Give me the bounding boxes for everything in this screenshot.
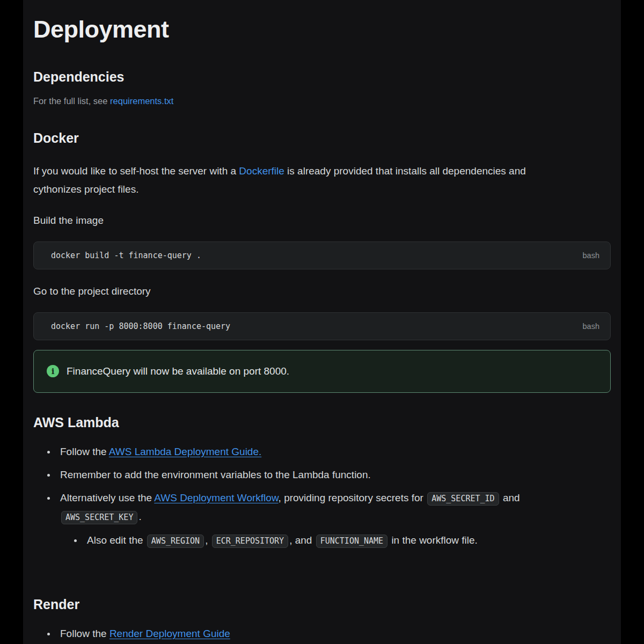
inline-code-aws-region: AWS_REGION	[147, 535, 204, 548]
item-text: Follow the	[60, 446, 109, 457]
run-command: docker run -p 8000:8000 finance-query	[51, 321, 230, 331]
dependencies-note-text: For the full list, see	[33, 96, 110, 106]
item-text: Alternatively use the	[60, 492, 154, 503]
dockerfile-link[interactable]: Dockerfile	[239, 165, 284, 177]
page-title: Deployment	[33, 15, 611, 44]
list-item: Also edit the AWS_REGION, ECR_REPOSITORY…	[60, 531, 611, 550]
bullet-dot	[47, 451, 50, 453]
bullet-dot	[74, 539, 77, 542]
aws-lambda-guide-link[interactable]: AWS Lambda Deployment Guide.	[109, 446, 261, 457]
docker-intro: If you would like to self-host the serve…	[33, 162, 565, 199]
item-text: Also edit the	[87, 535, 146, 546]
list-item: Remember to add the environment variable…	[33, 466, 611, 484]
item-text: ,	[205, 535, 211, 546]
heading-dependencies: Dependencies	[33, 69, 611, 85]
render-guide-link[interactable]: Render Deployment Guide	[109, 628, 230, 639]
item-text: , providing repository secrets for	[279, 492, 427, 503]
item-text: and	[500, 492, 520, 503]
docker-intro-pre: If you would like to self-host the serve…	[33, 165, 239, 177]
heading-docker: Docker	[33, 130, 611, 147]
item-text: Remember to add the environment variable…	[60, 466, 371, 484]
code-lang-badge: bash	[583, 251, 599, 260]
aws-deployment-workflow-link[interactable]: AWS Deployment Workflow	[154, 492, 278, 503]
inline-code-function-name: FUNCTION_NAME	[316, 535, 387, 548]
inline-code-ecr-repository: ECR_REPOSITORY	[212, 535, 288, 548]
list-item: Follow the AWS Lambda Deployment Guide.	[33, 443, 611, 461]
info-icon-glyph: i	[52, 367, 55, 376]
build-image-label: Build the image	[33, 211, 611, 230]
bullet-dot	[47, 633, 50, 635]
code-block-build: docker build -t finance-query . bash	[33, 241, 611, 269]
callout-text: FinanceQuery will now be available on po…	[67, 365, 289, 377]
code-block-run: docker run -p 8000:8000 finance-query ba…	[33, 312, 611, 340]
item-text: , and	[289, 535, 315, 546]
aws-lambda-list: Follow the AWS Lambda Deployment Guide. …	[33, 443, 611, 526]
bullet-dot	[47, 497, 50, 500]
info-callout: i FinanceQuery will now be available on …	[33, 350, 611, 393]
item-text: in the workflow file.	[389, 535, 478, 546]
inline-code-aws-secret-id: AWS_SECRET_ID	[427, 492, 499, 506]
requirements-link[interactable]: requirements.txt	[110, 96, 173, 106]
item-text: .	[138, 511, 141, 522]
docs-page: Deployment Dependencies For the full lis…	[23, 0, 621, 644]
info-icon: i	[47, 365, 59, 377]
list-item: Follow the Render Deployment Guide	[33, 625, 611, 643]
aws-lambda-sublist: Also edit the AWS_REGION, ECR_REPOSITORY…	[33, 531, 611, 550]
item-text: Follow the	[60, 628, 109, 639]
list-item: Alternatively use the AWS Deployment Wor…	[33, 489, 611, 526]
heading-aws-lambda: AWS Lambda	[33, 414, 611, 431]
dependencies-note: For the full list, see requirements.txt	[33, 96, 611, 106]
code-lang-badge: bash	[583, 322, 599, 331]
build-command: docker build -t finance-query .	[51, 251, 201, 260]
project-directory-label: Go to the project directory	[33, 282, 611, 301]
heading-render: Render	[33, 596, 611, 613]
inline-code-aws-secret-key: AWS_SECRET_KEY	[61, 511, 137, 524]
render-list: Follow the Render Deployment Guide The d…	[33, 625, 611, 644]
bullet-dot	[47, 474, 50, 477]
